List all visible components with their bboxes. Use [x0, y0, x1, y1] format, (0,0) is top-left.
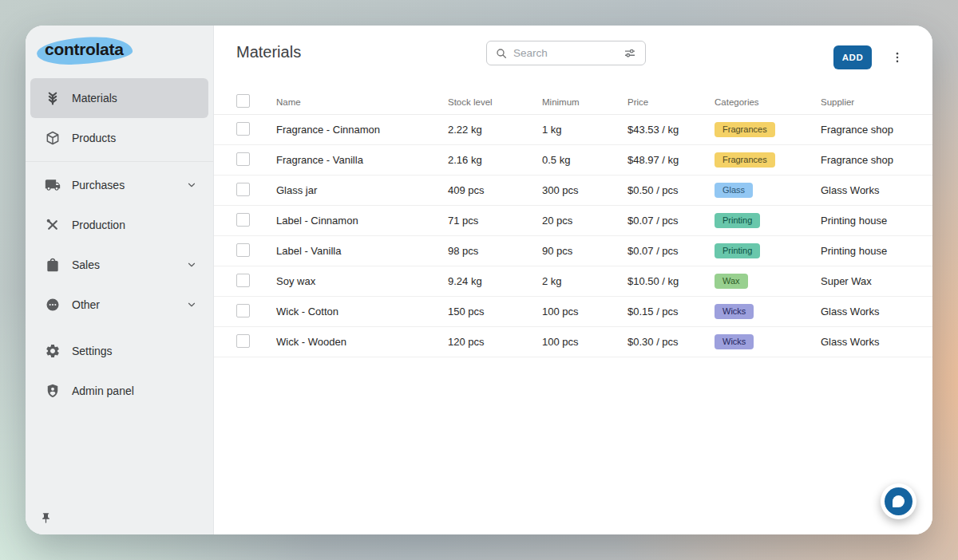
chevron-down-icon [186, 179, 197, 191]
chat-fab-button[interactable] [881, 483, 916, 519]
table-row[interactable]: Soy wax 9.24 kg 2 kg $10.50 / kg Wax Sup… [214, 266, 932, 297]
cell-price: $0.30 / pcs [627, 336, 715, 348]
cell-price: $48.97 / kg [627, 154, 715, 166]
cell-minimum: 20 pcs [542, 215, 627, 227]
kebab-menu-icon[interactable] [888, 48, 907, 67]
chat-bubble-icon [885, 487, 912, 515]
more-circle-icon [45, 297, 61, 313]
cell-supplier: Glass Works [821, 336, 913, 348]
select-all-checkbox[interactable] [236, 94, 250, 108]
cell-stock: 409 pcs [448, 184, 542, 196]
shopping-bag-icon [45, 257, 61, 273]
sidebar-item-label: Products [72, 132, 116, 144]
sidebar-item-sales[interactable]: Sales [30, 245, 208, 285]
cell-minimum: 0.5 kg [542, 154, 627, 166]
sidebar-item-settings[interactable]: Settings [30, 331, 208, 371]
column-header-name: Name [276, 97, 448, 107]
sidebar-item-label: Materials [72, 92, 117, 105]
row-checkbox[interactable] [236, 213, 250, 227]
cell-stock: 9.24 kg [448, 275, 542, 287]
pin-icon[interactable] [40, 512, 56, 528]
cell-price: $0.50 / pcs [627, 184, 715, 196]
category-chip: Fragrances [715, 152, 775, 168]
sidebar: controlata Materials Products Pur [26, 26, 214, 534]
cell-supplier: Glass Works [821, 306, 913, 317]
add-button[interactable]: ADD [833, 45, 872, 69]
sidebar-item-purchases[interactable]: Purchases [30, 165, 208, 205]
table-row[interactable]: Fragrance - Vanilla 2.16 kg 0.5 kg $48.9… [214, 145, 932, 175]
sidebar-gap [26, 325, 213, 331]
gear-icon [45, 343, 61, 359]
cell-minimum: 2 kg [542, 275, 627, 287]
cell-name: Glass jar [276, 184, 448, 196]
row-checkbox[interactable] [236, 304, 250, 317]
sidebar-item-label: Production [72, 219, 125, 231]
category-chip: Glass [715, 183, 753, 198]
sidebar-item-products[interactable]: Products [30, 118, 208, 158]
cell-name: Wick - Wooden [276, 336, 448, 348]
category-chip: Wicks [715, 334, 754, 349]
column-header-supplier: Supplier [821, 97, 913, 107]
cell-price: $0.07 / pcs [627, 245, 715, 257]
cell-supplier: Fragrance shop [821, 154, 913, 166]
cell-stock: 71 pcs [448, 215, 542, 227]
column-header-price: Price [627, 97, 715, 107]
row-checkbox[interactable] [236, 122, 250, 136]
table-row[interactable]: Label - Cinnamon 71 pcs 20 pcs $0.07 / p… [214, 206, 932, 236]
column-header-minimum: Minimum [542, 97, 627, 107]
admin-shield-icon [45, 383, 61, 399]
wheat-icon [45, 90, 61, 106]
filter-tune-icon[interactable] [623, 46, 637, 61]
sidebar-item-label: Sales [72, 258, 100, 271]
sidebar-item-materials[interactable]: Materials [30, 78, 208, 118]
category-chip: Printing [715, 213, 760, 228]
cell-supplier: Printing house [821, 245, 913, 257]
search-input[interactable] [513, 47, 617, 59]
cell-stock: 120 pcs [448, 336, 542, 348]
table-row[interactable]: Fragrance - Cinnamon 2.22 kg 1 kg $43.53… [214, 115, 932, 145]
cell-minimum: 90 pcs [542, 245, 627, 257]
sidebar-nav: Materials Products Purchases [26, 78, 213, 411]
table-header-row: Name Stock level Minimum Price Categorie… [214, 89, 932, 115]
row-checkbox[interactable] [236, 334, 250, 348]
row-checkbox[interactable] [236, 152, 250, 166]
sidebar-divider [26, 161, 213, 162]
row-checkbox[interactable] [236, 243, 250, 257]
cell-name: Label - Cinnamon [276, 215, 448, 227]
tools-icon [45, 217, 61, 233]
search-box [486, 41, 646, 65]
sidebar-item-other[interactable]: Other [30, 285, 208, 325]
category-chip: Wax [715, 274, 748, 289]
cell-price: $43.53 / kg [627, 124, 715, 136]
cell-supplier: Super Wax [821, 275, 913, 287]
row-checkbox[interactable] [236, 183, 250, 196]
cell-minimum: 1 kg [542, 124, 627, 136]
cell-supplier: Printing house [821, 215, 913, 227]
category-chip: Wicks [715, 304, 754, 319]
sidebar-item-production[interactable]: Production [30, 205, 208, 245]
cell-stock: 98 pcs [448, 245, 542, 257]
table-row[interactable]: Wick - Cotton 150 pcs 100 pcs $0.15 / pc… [214, 297, 932, 327]
category-chip: Fragrances [715, 122, 775, 137]
app-logo: controlata [26, 26, 213, 78]
sidebar-item-label: Admin panel [72, 385, 134, 397]
app-window: controlata Materials Products Pur [26, 26, 932, 534]
category-chip: Printing [715, 243, 760, 258]
cell-name: Fragrance - Cinnamon [276, 124, 448, 136]
sidebar-item-admin-panel[interactable]: Admin panel [30, 371, 208, 411]
table-row[interactable]: Wick - Wooden 120 pcs 100 pcs $0.30 / pc… [214, 327, 932, 357]
cell-stock: 2.22 kg [448, 124, 542, 136]
cell-price: $10.50 / kg [627, 275, 715, 287]
main-content: Materials ADD Name Stock level Minimum P… [214, 26, 932, 534]
logo-text: controlata [45, 40, 124, 59]
column-header-stock: Stock level [448, 97, 542, 107]
table-row[interactable]: Glass jar 409 pcs 300 pcs $0.50 / pcs Gl… [214, 175, 932, 206]
chevron-down-icon [186, 259, 197, 270]
cell-name: Wick - Cotton [276, 306, 448, 317]
cell-name: Label - Vanilla [276, 245, 448, 257]
cell-minimum: 100 pcs [542, 306, 627, 317]
cell-minimum: 100 pcs [542, 336, 627, 348]
search-icon [495, 47, 508, 60]
table-row[interactable]: Label - Vanilla 98 pcs 90 pcs $0.07 / pc… [214, 236, 932, 266]
row-checkbox[interactable] [236, 274, 250, 287]
